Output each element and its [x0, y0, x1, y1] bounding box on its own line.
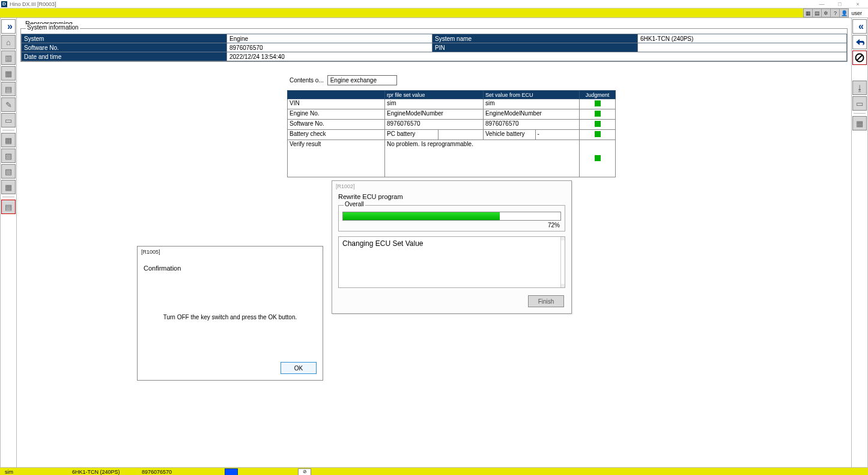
- back-arrow-icon: [854, 38, 865, 46]
- window-minimize-button[interactable]: —: [813, 1, 831, 8]
- confirmation-title: Confirmation: [138, 257, 323, 272]
- ok-indicator-icon: [595, 111, 601, 117]
- progress-bar: [342, 212, 561, 221]
- sidebar-item-10[interactable]: ▦: [1, 180, 16, 194]
- finish-button[interactable]: Finish: [528, 295, 564, 307]
- status-software: 8976076570: [137, 469, 177, 475]
- sidebar-item-9[interactable]: ▧: [1, 164, 16, 179]
- contents-row: Contents o... Engine exchange: [290, 75, 851, 85]
- user-icon[interactable]: 👤: [839, 8, 849, 17]
- top-icon-2[interactable]: ▤: [812, 8, 822, 17]
- chevron-left-icon: «: [858, 21, 861, 32]
- sidebar-item-4[interactable]: ▤: [1, 82, 16, 96]
- battery-pc-value: [438, 130, 483, 139]
- window-maximize-button[interactable]: □: [831, 1, 849, 8]
- help-icon[interactable]: ?: [830, 8, 840, 17]
- verify-name: Engine No.: [288, 109, 385, 120]
- verify-judgment: [580, 99, 616, 109]
- page-title: Reprogramming: [17, 18, 851, 27]
- table-row: Verify result No problem. Is reprogramma…: [288, 140, 616, 177]
- back-button[interactable]: [852, 35, 867, 49]
- sidebar-item-7[interactable]: ▩: [1, 133, 16, 147]
- verify-rpr: sim: [385, 99, 484, 109]
- verify-ecu: EngineModelNumber: [484, 109, 580, 120]
- no-entry-icon: [855, 53, 864, 63]
- sysinfo-value: Engine: [227, 34, 432, 43]
- sidebar-item-8[interactable]: ▨: [1, 149, 16, 163]
- sidebar-home-icon[interactable]: ⌂: [1, 35, 16, 49]
- rewrite-panel-title: Rewrite ECU program: [332, 189, 571, 203]
- battery-pc-label: PC battery: [385, 130, 438, 139]
- window-titlebar: D Hino DX.III [R0003] — □ ×: [0, 0, 868, 8]
- right-sidebar-item-3[interactable]: ▦: [852, 116, 867, 130]
- verify-ecu: sim: [484, 99, 580, 109]
- top-icon-1[interactable]: ▦: [803, 8, 813, 17]
- sysinfo-value: 2022/12/24 13:54:40: [227, 52, 847, 61]
- sidebar-item-5[interactable]: ✎: [1, 97, 16, 112]
- table-row: Engine No. EngineModelNumber EngineModel…: [288, 109, 616, 120]
- confirmation-panel-id: [R1005]: [138, 247, 323, 257]
- verify-judgment: [580, 130, 616, 140]
- progress-fill: [343, 212, 500, 220]
- contents-label: Contents o...: [290, 77, 324, 84]
- system-information-label: System information: [26, 24, 80, 31]
- status-text-box: Changing ECU Set Value: [338, 236, 565, 288]
- sidebar-item-2[interactable]: ▥: [1, 51, 16, 65]
- window-close-button[interactable]: ×: [849, 1, 867, 8]
- verify-ecu: 8976076570: [484, 120, 580, 130]
- verify-rpr: 8976076570: [385, 120, 484, 130]
- cancel-button[interactable]: [852, 51, 867, 65]
- verify-name: VIN: [288, 99, 385, 109]
- right-sidebar-item-1[interactable]: ⭳: [852, 81, 867, 95]
- right-sidebar: « ⭳ ▭ ▦: [851, 17, 868, 468]
- table-row: Date and time 2022/12/24 13:54:40: [22, 52, 847, 61]
- collapse-sidebar-button[interactable]: «: [852, 19, 867, 34]
- overall-label: Overall: [344, 201, 365, 207]
- sidebar-item-6[interactable]: ▭: [1, 113, 16, 127]
- verify-rpr: EngineModelNumber: [385, 109, 484, 120]
- progress-percent-label: 72%: [342, 221, 561, 228]
- status-text: Changing ECU Set Value: [342, 239, 423, 248]
- status-bar: sim 6HK1-TCN (240PS) 8976076570 ⊘: [0, 468, 868, 475]
- ok-button[interactable]: OK: [281, 362, 317, 374]
- contents-dropdown-value: Engine exchange: [330, 77, 377, 84]
- verify-name: Verify result: [288, 140, 385, 177]
- verify-table: rpr file set value Set value from ECU Ju…: [287, 90, 616, 177]
- battery-vehicle-value: -: [535, 130, 579, 139]
- main-content: Reprogramming System information System …: [17, 17, 851, 468]
- confirmation-panel: [R1005] Confirmation Turn OFF the key sw…: [137, 246, 323, 381]
- sysinfo-label: System name: [432, 34, 638, 43]
- sysinfo-label: Date and time: [22, 52, 227, 61]
- ok-indicator-icon: [595, 155, 601, 161]
- sysinfo-label: Software No.: [22, 43, 227, 52]
- table-header-row: rpr file set value Set value from ECU Ju…: [288, 91, 616, 99]
- status-connection-icon: [225, 468, 238, 476]
- rewrite-panel-id: [R1002]: [332, 181, 571, 189]
- svg-line-1: [857, 55, 863, 61]
- top-toolbar: ▦ ▤ ✲ ? 👤 user: [0, 8, 868, 17]
- settings-icon[interactable]: ✲: [821, 8, 831, 17]
- rewrite-ecu-panel: [R1002] Rewrite ECU program Overall 72% …: [332, 180, 572, 314]
- right-sidebar-item-2[interactable]: ▭: [852, 96, 867, 111]
- ok-indicator-icon: [595, 131, 601, 137]
- status-scrollbar[interactable]: [560, 237, 565, 287]
- sidebar-reprogramming-icon[interactable]: ▤: [1, 200, 16, 214]
- sidebar-item-3[interactable]: ▦: [1, 66, 16, 81]
- verify-judgment: [580, 120, 616, 130]
- table-row: VIN sim sim: [288, 99, 616, 109]
- table-row: Battery check PC battery Vehicle battery…: [288, 130, 616, 140]
- app-icon: D: [1, 1, 7, 7]
- user-label: user: [849, 8, 868, 17]
- system-information-table: System Engine System name 6HK1-TCN (240P…: [21, 34, 847, 61]
- ok-indicator-icon: [595, 100, 601, 106]
- verify-result-text: No problem. Is reprogrammable.: [385, 140, 580, 177]
- table-row: Software No. 8976076570 8976076570: [288, 120, 616, 130]
- expand-sidebar-button[interactable]: »: [1, 19, 16, 34]
- window-title: Hino DX.III [R0003]: [10, 1, 56, 7]
- battery-vehicle-label: Vehicle battery: [484, 130, 535, 139]
- overall-progress-group: Overall 72%: [338, 205, 565, 231]
- contents-dropdown[interactable]: Engine exchange: [327, 75, 397, 85]
- sysinfo-value: [638, 43, 847, 52]
- verify-judgment: [580, 140, 616, 177]
- status-system: 6HK1-TCN (240PS): [67, 469, 137, 475]
